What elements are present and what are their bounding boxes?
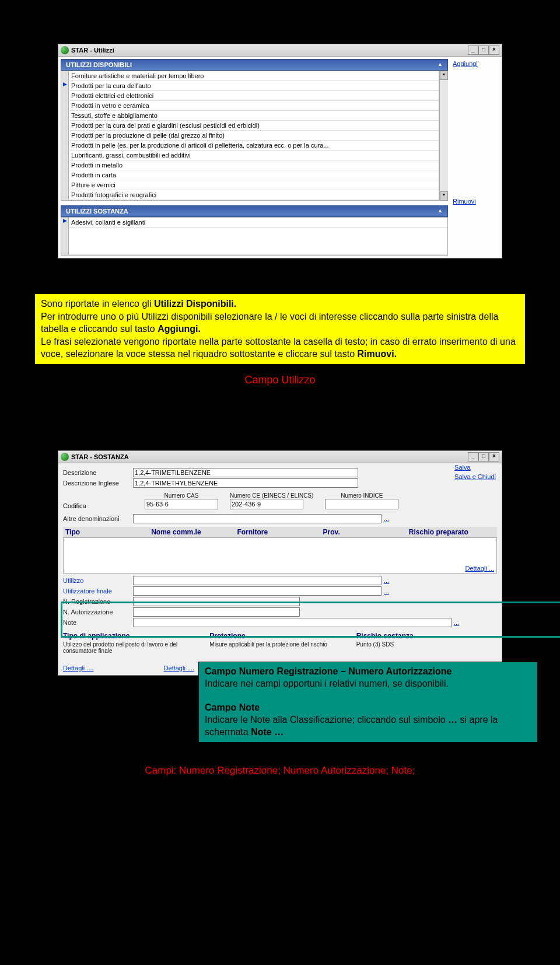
list-item[interactable]: Forniture artistiche e materiali per tem… <box>69 71 439 81</box>
rimuovi-link[interactable]: Rimuovi <box>453 198 499 205</box>
utilizzi-disponibili-list[interactable]: Forniture artistiche e materiali per tem… <box>61 71 439 201</box>
aggiungi-link[interactable]: Aggiungi <box>453 60 499 67</box>
scrollbar[interactable]: ▴ ▾ <box>439 71 448 201</box>
list-item[interactable]: Prodotti in pelle (es. per la produzione… <box>69 141 439 150</box>
indice-field[interactable] <box>325 499 398 509</box>
close-button[interactable]: × <box>489 452 499 461</box>
list-item[interactable]: Tessuti, stoffe e abbigliamento <box>69 111 439 120</box>
note-field[interactable] <box>133 618 452 627</box>
scroll-up-icon[interactable]: ▴ <box>440 71 448 80</box>
scroll-down-icon[interactable]: ▾ <box>440 191 448 201</box>
dots-button[interactable]: ... <box>454 619 459 626</box>
list-item[interactable]: Adesivi, collanti e sigillanti <box>69 218 447 227</box>
label-utilizzatore: Utilizzatore finale <box>63 588 133 595</box>
maximize-button[interactable]: □ <box>478 452 489 461</box>
preparato-panel: Dettagli ... <box>63 537 497 574</box>
utilizzo-field[interactable] <box>133 576 382 585</box>
sort-icon[interactable]: ▲ <box>438 61 443 67</box>
header-protezione: Protezione <box>209 632 350 640</box>
altre-denom-field[interactable] <box>133 514 382 523</box>
nregistrazione-field[interactable] <box>133 597 300 606</box>
maximize-button[interactable]: □ <box>478 46 489 55</box>
table-header: Tipo Nome comm.le Fornitore Prov. Rischi… <box>63 527 497 537</box>
window-title: STAR - Utilizzi <box>71 47 114 54</box>
minimize-button[interactable]: _ <box>468 452 478 461</box>
list-item[interactable]: Pitture e vernici <box>69 180 439 190</box>
utilizzi-sostanza-header: UTILIZZI SOSTANZA ▲ <box>61 205 448 217</box>
close-button[interactable]: × <box>489 46 499 55</box>
titlebar: STAR - SOSTANZA _ □ × <box>58 451 502 463</box>
green-instruction-box: Campo Numero Registrazione – Numero Auto… <box>198 662 538 743</box>
dots-button[interactable]: ... <box>384 515 389 522</box>
star-utilizzi-window: STAR - Utilizzi _ □ × UTILIZZI DISPONIBI… <box>58 44 502 258</box>
utilizzi-sostanza-list[interactable]: ▶Adesivi, collanti e sigillanti <box>61 217 448 256</box>
dettagli-link[interactable]: Dettagli .... <box>63 665 94 672</box>
cas-field[interactable] <box>145 499 218 509</box>
header-rischio-sostanza: Rischio sostanza <box>356 632 497 640</box>
header-cas: Numero CAS <box>145 492 218 499</box>
header-ce: Numero CE (EINECS / ELINCS) <box>230 492 313 499</box>
dots-button[interactable]: ... <box>384 577 389 584</box>
desc-inglese-field[interactable] <box>133 478 358 488</box>
list-item[interactable]: Lubrificanti, grassi, combustibili ed ad… <box>69 151 439 160</box>
sort-icon[interactable]: ▲ <box>438 208 443 214</box>
caption-campi: Campi: Numero Registrazione; Numero Auto… <box>0 765 560 777</box>
star-sostanza-window: STAR - SOSTANZA _ □ × Salva Salva e Chiu… <box>58 450 502 676</box>
list-item[interactable]: Prodotti in carta <box>69 170 439 180</box>
label-descrizione: Descrizione <box>63 469 133 476</box>
window-title: STAR - SOSTANZA <box>71 453 129 460</box>
dots-button[interactable]: ... <box>384 588 389 595</box>
ce-field[interactable] <box>230 499 303 509</box>
salva-chiudi-link[interactable]: Salva e Chiudi <box>454 473 496 480</box>
label-codifica: Codifica <box>63 502 133 509</box>
list-item[interactable]: Prodotti per la cura dei prati e giardin… <box>69 121 439 130</box>
instruction-box: Sono riportate in elenco gli Utilizzi Di… <box>34 293 526 365</box>
nautorizzazione-field[interactable] <box>133 607 300 617</box>
salva-link[interactable]: Salva <box>454 464 496 471</box>
list-item[interactable]: Prodotti in vetro e ceramica <box>69 101 439 110</box>
label-nregistrazione: N. Registrazione <box>63 598 133 605</box>
label-nautorizzazione: N. Autorizzazione <box>63 609 133 616</box>
list-item[interactable]: Prodotti in metallo <box>69 160 439 170</box>
label-utilizzo: Utilizzo <box>63 577 133 584</box>
minimize-button[interactable]: _ <box>468 46 478 55</box>
utilizzi-disponibili-header: UTILIZZI DISPONIBILI ▲ <box>61 59 448 71</box>
dettagli-link[interactable]: Dettagli ... <box>465 565 494 572</box>
caption-utilizzo: Campo Utilizzo <box>0 374 560 386</box>
descrizione-field[interactable] <box>133 468 358 477</box>
list-item[interactable]: Prodotti per la cura dell'auto <box>69 81 439 90</box>
titlebar: STAR - Utilizzi _ □ × <box>58 44 502 57</box>
list-item[interactable]: Prodotti per la produzione di pelle (dal… <box>69 131 439 140</box>
list-item[interactable]: Prodotti fotografici e reografici <box>69 190 439 200</box>
app-icon <box>61 453 69 461</box>
utilizzatore-field[interactable] <box>133 586 382 596</box>
label-altre-denom: Altre denominazioni <box>63 515 133 522</box>
label-note: Note <box>63 619 133 626</box>
header-indice: Numero INDICE <box>325 492 398 499</box>
app-icon <box>61 46 69 54</box>
label-desc-inglese: Descrizione Inglese <box>63 480 133 487</box>
list-item[interactable]: Prodotti elettrici ed elettronici <box>69 91 439 100</box>
header-tipo-applicazione: Tipo di applicazione <box>63 632 204 640</box>
dettagli-link[interactable]: Dettagli .... <box>164 665 195 672</box>
